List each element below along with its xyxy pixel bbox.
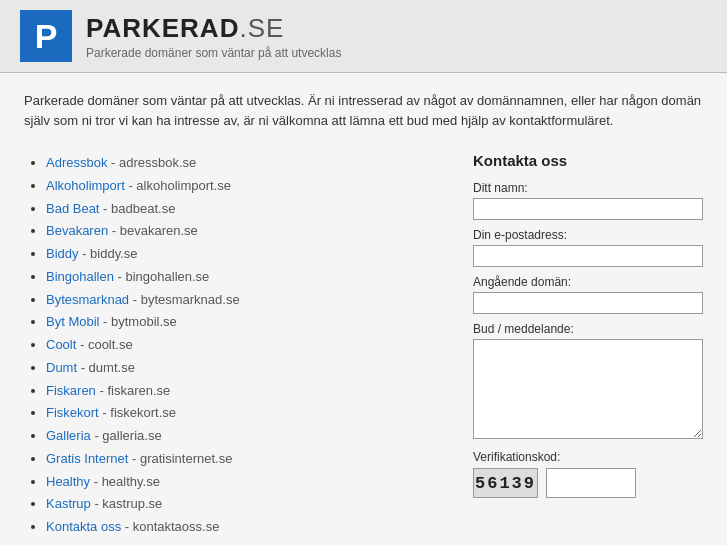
domains-unordered-list: Adressbok - adressbok.seAlkoholimport - … — [24, 152, 443, 545]
content-area: Adressbok - adressbok.seAlkoholimport - … — [24, 152, 703, 545]
message-field-group: Bud / meddelande: — [473, 322, 703, 442]
domain-input[interactable] — [473, 292, 703, 314]
list-item: Dumt - dumt.se — [46, 357, 443, 380]
captcha-image: 56139 — [473, 468, 538, 498]
list-item: Bingohallen - bingohallen.se — [46, 266, 443, 289]
domain-url: - alkoholimport.se — [125, 178, 231, 193]
name-label: Ditt namn: — [473, 181, 703, 195]
domain-link[interactable]: Bingohallen — [46, 269, 114, 284]
list-item: Galleria - galleria.se — [46, 425, 443, 448]
list-item: Byt Mobil - bytmobil.se — [46, 311, 443, 334]
contact-heading: Kontakta oss — [473, 152, 703, 169]
domain-url: - fiskaren.se — [96, 383, 170, 398]
domain-url: - bingohallen.se — [114, 269, 209, 284]
list-item: Bytesmarknad - bytesmarknad.se — [46, 289, 443, 312]
domain-url: - biddy.se — [79, 246, 138, 261]
site-tagline: Parkerade domäner som väntar på att utve… — [86, 46, 341, 60]
domain-link[interactable]: Fiskaren — [46, 383, 96, 398]
domain-link[interactable]: Biddy — [46, 246, 79, 261]
domain-url: - coolt.se — [76, 337, 132, 352]
message-label: Bud / meddelande: — [473, 322, 703, 336]
list-item: Healthy - healthy.se — [46, 471, 443, 494]
domain-link[interactable]: Fiskekort — [46, 405, 99, 420]
list-item: Adressbok - adressbok.se — [46, 152, 443, 175]
domain-link[interactable]: Byt Mobil — [46, 314, 99, 329]
domain-link[interactable]: Coolt — [46, 337, 76, 352]
domain-label: Angående domän: — [473, 275, 703, 289]
list-item: Coolt - coolt.se — [46, 334, 443, 357]
captcha-input[interactable] — [546, 468, 636, 498]
domain-link[interactable]: Alkoholimport — [46, 178, 125, 193]
verification-row: 56139 — [473, 468, 703, 498]
domain-link[interactable]: Adressbok — [46, 155, 107, 170]
domain-url: - adressbok.se — [107, 155, 196, 170]
list-item: Alkoholimport - alkoholimport.se — [46, 175, 443, 198]
domain-link[interactable]: Galleria — [46, 428, 91, 443]
email-field-group: Din e-postadress: — [473, 228, 703, 267]
logo-letter: P — [35, 19, 58, 53]
domain-link[interactable]: Kastrup — [46, 496, 91, 511]
domain-link[interactable]: Bevakaren — [46, 223, 108, 238]
message-textarea[interactable] — [473, 339, 703, 439]
verification-label: Verifikationskod: — [473, 450, 703, 464]
contact-form: Kontakta oss Ditt namn: Din e-postadress… — [473, 152, 703, 506]
domain-link[interactable]: Gratis Internet — [46, 451, 128, 466]
email-label: Din e-postadress: — [473, 228, 703, 242]
domain-url: - bytmobil.se — [99, 314, 176, 329]
name-input[interactable] — [473, 198, 703, 220]
list-item: Liftkort - liftkort.se — [46, 539, 443, 545]
domain-url: - dumt.se — [77, 360, 135, 375]
domain-link[interactable]: Bytesmarknad — [46, 292, 129, 307]
list-item: Biddy - biddy.se — [46, 243, 443, 266]
domain-url: - healthy.se — [90, 474, 160, 489]
domain-link[interactable]: Healthy — [46, 474, 90, 489]
domain-link[interactable]: Bad Beat — [46, 201, 100, 216]
site-header: P PARKERAD.SE Parkerade domäner som vänt… — [0, 0, 727, 73]
list-item: Bevakaren - bevakaren.se — [46, 220, 443, 243]
list-item: Fiskaren - fiskaren.se — [46, 380, 443, 403]
domain-url: - kontaktaoss.se — [121, 519, 219, 534]
domain-url: - bytesmarknad.se — [129, 292, 240, 307]
list-item: Fiskekort - fiskekort.se — [46, 402, 443, 425]
domain-url: - fiskekort.se — [99, 405, 176, 420]
intro-paragraph: Parkerade domäner som väntar på att utve… — [24, 91, 703, 130]
verification-field-group: Verifikationskod: 56139 — [473, 450, 703, 498]
list-item: Kontakta oss - kontaktaoss.se — [46, 516, 443, 539]
site-title: PARKERAD.SE — [86, 13, 341, 44]
domain-url: - kastrup.se — [91, 496, 163, 511]
list-item: Gratis Internet - gratisinternet.se — [46, 448, 443, 471]
domain-url: - badbeat.se — [100, 201, 176, 216]
list-item: Bad Beat - badbeat.se — [46, 198, 443, 221]
list-item: Kastrup - kastrup.se — [46, 493, 443, 516]
domain-link[interactable]: Kontakta oss — [46, 519, 121, 534]
header-text: PARKERAD.SE Parkerade domäner som väntar… — [86, 13, 341, 60]
main-content: Parkerade domäner som väntar på att utve… — [0, 73, 727, 545]
email-input[interactable] — [473, 245, 703, 267]
domain-url: - gratisinternet.se — [128, 451, 232, 466]
logo-box: P — [20, 10, 72, 62]
domain-url: - galleria.se — [91, 428, 162, 443]
domain-url: - bevakaren.se — [108, 223, 198, 238]
domain-list: Adressbok - adressbok.seAlkoholimport - … — [24, 152, 443, 545]
domain-link[interactable]: Dumt — [46, 360, 77, 375]
name-field-group: Ditt namn: — [473, 181, 703, 220]
domain-field-group: Angående domän: — [473, 275, 703, 314]
